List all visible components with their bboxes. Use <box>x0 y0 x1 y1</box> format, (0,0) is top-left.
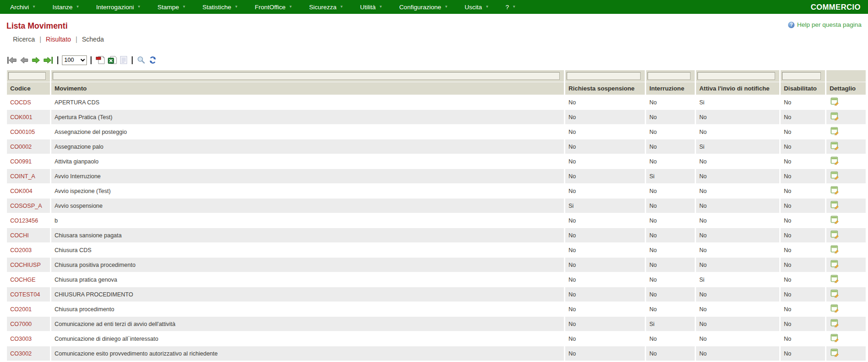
detail-button[interactable] <box>831 322 839 329</box>
movimento-cell: Chiusura pratica genova <box>51 272 564 287</box>
dettaglio-cell <box>826 213 866 228</box>
codice-link[interactable]: CO0991 <box>10 158 32 165</box>
dettaglio-cell <box>826 243 866 257</box>
detail-button[interactable] <box>831 263 839 270</box>
detail-button[interactable] <box>831 175 839 181</box>
codice-link[interactable]: COINT_A <box>10 173 35 180</box>
detail-button[interactable] <box>831 204 839 211</box>
menu-item-stampe[interactable]: Stampe▼ <box>158 4 186 11</box>
toolbar-separator <box>132 56 133 64</box>
excel-icon <box>108 56 117 64</box>
page-size-select[interactable]: 100 <box>62 55 87 65</box>
main-menubar: Archivi▼Istanze▼Interrogazioni▼Stampe▼St… <box>0 0 868 14</box>
codice-link[interactable]: COCHI <box>10 232 29 239</box>
filter-input-codice[interactable] <box>8 72 46 80</box>
menu-item-utilit[interactable]: Utilità▼ <box>360 4 383 11</box>
first-page-button[interactable] <box>6 57 18 64</box>
disabilitato-cell: No <box>781 228 825 242</box>
codice-link[interactable]: CO3002 <box>10 350 32 357</box>
detail-button[interactable] <box>831 293 839 299</box>
tab-scheda[interactable]: Scheda <box>82 36 104 43</box>
menu-item-istanze[interactable]: Istanze▼ <box>52 4 79 11</box>
tab-risultato[interactable]: Risultato <box>46 36 71 43</box>
tab-ricerca[interactable]: Ricerca <box>13 36 35 43</box>
edit-detail-icon <box>831 186 839 194</box>
detail-button[interactable] <box>831 308 839 314</box>
disabilitato-cell: No <box>781 302 825 316</box>
menu-item-[interactable]: ?▼ <box>506 4 516 11</box>
attiva-invio-notifiche-cell: No <box>696 287 779 302</box>
filter-input-interruzione[interactable] <box>648 72 691 80</box>
menu-item-interrogazioni[interactable]: Interrogazioni▼ <box>96 4 141 11</box>
edit-detail-icon <box>831 171 839 180</box>
detail-button[interactable] <box>831 278 839 284</box>
detail-button[interactable] <box>831 337 839 344</box>
menu-item-frontoffice[interactable]: FrontOffice▼ <box>255 4 292 11</box>
codice-link[interactable]: CO00105 <box>10 129 35 135</box>
codice-link[interactable]: CO2003 <box>10 247 32 253</box>
codice-link[interactable]: CO3003 <box>10 336 32 342</box>
menu-item-statistiche[interactable]: Statistiche▼ <box>202 4 238 11</box>
dettaglio-cell <box>826 302 866 316</box>
codice-link[interactable]: COCDS <box>10 99 31 106</box>
disabilitato-cell: No <box>781 125 825 139</box>
filter-input-richiesta-sospensione[interactable] <box>567 72 641 80</box>
codice-link[interactable]: CO2001 <box>10 306 32 313</box>
menu-item-label: Utilità <box>360 4 376 11</box>
richiesta-sospensione-cell: No <box>565 272 645 287</box>
menu-item-configurazione[interactable]: Configurazione▼ <box>399 4 448 11</box>
codice-link[interactable]: COK001 <box>10 114 32 121</box>
movimento-cell: APERTURA CDS <box>51 95 564 109</box>
help-link[interactable]: ? Help per questa pagina <box>788 21 862 28</box>
disabilitato-cell: No <box>781 332 825 346</box>
last-page-button[interactable] <box>42 57 55 64</box>
filter-cell-codice <box>7 70 50 82</box>
edit-detail-icon <box>831 304 839 313</box>
codice-link[interactable]: CO7000 <box>10 321 32 327</box>
detail-button[interactable] <box>831 219 839 225</box>
export-excel-button[interactable] <box>106 56 118 64</box>
dettaglio-cell <box>826 317 866 331</box>
search-button[interactable] <box>135 56 147 64</box>
richiesta-sospensione-cell: No <box>565 95 645 109</box>
detail-button[interactable] <box>831 101 839 107</box>
page-header: Lista Movimenti ? Help per questa pagina… <box>0 14 868 43</box>
codice-link[interactable]: COK004 <box>10 188 32 194</box>
table-row: COK001Apertura Pratica (Test)NoNoNoNo <box>7 110 866 124</box>
filter-input-attiva-l-invio-di-notifiche[interactable] <box>697 72 775 80</box>
detail-button[interactable] <box>831 189 839 196</box>
chevron-down-icon: ▼ <box>182 5 186 9</box>
menu-item-archivi[interactable]: Archivi▼ <box>10 4 36 11</box>
codice-link[interactable]: CO0002 <box>10 144 32 150</box>
next-page-button[interactable] <box>30 57 42 64</box>
detail-button[interactable] <box>831 352 839 358</box>
menu-item-uscita[interactable]: Uscita▼ <box>465 4 489 11</box>
filter-input-disabilitato[interactable] <box>782 72 821 80</box>
menu-item-sicurezza[interactable]: Sicurezza▼ <box>309 4 343 11</box>
detail-button[interactable] <box>831 115 839 122</box>
disabilitato-cell: No <box>781 258 825 272</box>
refresh-button[interactable] <box>147 56 159 64</box>
export-pdf-button[interactable] <box>94 56 106 64</box>
movimento-cell: Comunicazione ad enti terzi di avvio del… <box>51 317 564 331</box>
header-row: CodiceMovimentoRichiesta sospensioneInte… <box>7 82 866 95</box>
table-row: COTEST04CHIUSURA PROCEDIMENTONoNoNoNo <box>7 287 866 302</box>
detail-button[interactable] <box>831 248 839 255</box>
detail-button[interactable] <box>831 234 839 240</box>
interruzione-cell: No <box>646 346 695 361</box>
first-page-icon <box>7 57 17 64</box>
codice-link[interactable]: COSOSP_A <box>10 203 42 209</box>
help-label: Help per questa pagina <box>797 21 862 28</box>
filter-input-movimento[interactable] <box>53 72 560 80</box>
movimento-cell: Avvio Interruzione <box>51 169 564 183</box>
codice-link[interactable]: COCHGE <box>10 277 36 283</box>
detail-button[interactable] <box>831 160 839 166</box>
codice-link[interactable]: COCHIUSP <box>10 262 41 268</box>
menu-item-label: Uscita <box>465 4 482 11</box>
interruzione-cell: Si <box>646 317 695 331</box>
codice-link[interactable]: COTEST04 <box>10 291 40 298</box>
previous-page-button[interactable] <box>18 57 30 64</box>
detail-button[interactable] <box>831 145 839 151</box>
codice-link[interactable]: CO123456 <box>10 217 38 224</box>
detail-button[interactable] <box>831 130 839 137</box>
